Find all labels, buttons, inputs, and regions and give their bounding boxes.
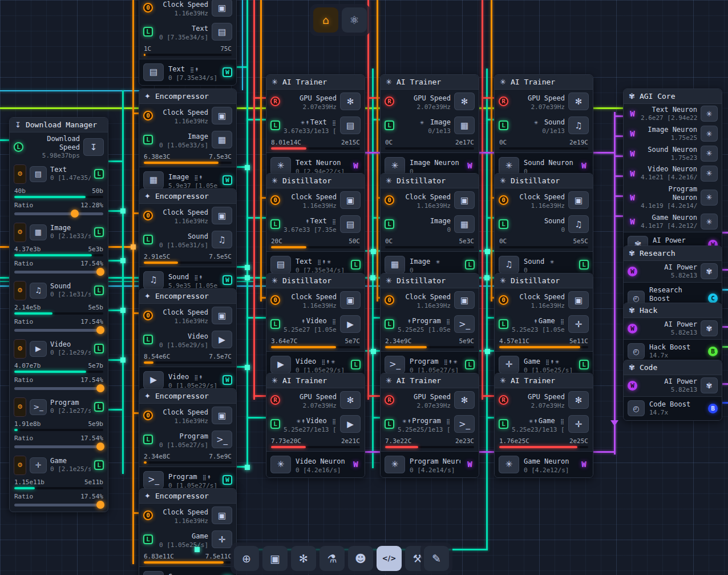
chip-tile[interactable]: ▣ (212, 107, 232, 124)
output-port-badge[interactable]: W (465, 161, 475, 171)
file-tile[interactable]: ▤ (340, 116, 361, 134)
wire-connector-node[interactable] (245, 275, 250, 280)
settings-gear-button[interactable]: ⚙ (14, 397, 26, 417)
output-port-badge[interactable]: W (351, 161, 361, 171)
wire-connector-node[interactable] (371, 349, 376, 354)
chip-tile[interactable]: ▣ (212, 407, 232, 424)
network-button[interactable]: ⊕ (234, 546, 259, 571)
ratio-slider[interactable] (14, 212, 103, 215)
output-port-badge[interactable]: W (223, 67, 232, 77)
output-port-badge[interactable]: L (465, 360, 475, 369)
game-tile[interactable]: ✛ (212, 530, 232, 548)
input-port-badge[interactable]: L (385, 219, 394, 229)
ratio-slider-knob[interactable] (96, 384, 104, 392)
neuron-tile[interactable]: ✳ (385, 157, 405, 175)
sound-tile[interactable]: ♫ (499, 256, 519, 274)
gauge-tile[interactable]: ◴ (628, 400, 645, 416)
input-port-badge[interactable]: W (628, 129, 637, 139)
input-port-badge[interactable]: W (628, 168, 637, 178)
output-port-badge[interactable]: W (223, 175, 232, 185)
wire-connector-node[interactable] (131, 244, 136, 250)
settings-gear-button[interactable]: ⚙ (14, 456, 26, 475)
chip-tile[interactable]: ▣ (340, 191, 361, 209)
input-port-badge[interactable]: W (628, 324, 637, 333)
output-port-badge[interactable]: B (708, 404, 718, 413)
input-port-badge[interactable]: 0 (270, 195, 280, 205)
file-tile[interactable]: ▤ (270, 256, 291, 274)
input-port-badge[interactable]: L (14, 142, 23, 152)
neuron-tile[interactable]: ✳ (701, 126, 718, 142)
research-button[interactable]: ⚗ (319, 546, 345, 571)
input-port-badge[interactable]: W (628, 109, 637, 119)
input-port-badge[interactable]: W (628, 217, 637, 227)
input-port-badge[interactable]: R (385, 395, 394, 405)
output-port-badge[interactable]: W (579, 161, 589, 171)
wire-connector-node[interactable] (120, 208, 126, 214)
neuron-tile[interactable]: ✳ (701, 146, 718, 162)
hardware-button[interactable]: ▣ (262, 546, 288, 571)
sound-tile[interactable]: ♫ (143, 271, 164, 289)
code-button[interactable]: </> (377, 546, 402, 571)
video-tile[interactable]: ▶ (340, 415, 361, 433)
wire-connector-node[interactable] (485, 249, 490, 254)
output-port-badge[interactable]: L (94, 344, 104, 353)
image-tile[interactable]: ▦ (454, 215, 475, 233)
gauge-tile[interactable]: ◴ (628, 343, 645, 359)
neuron-tile[interactable]: ✳ (499, 157, 519, 175)
image-tile[interactable]: ▦ (212, 131, 232, 148)
design-button[interactable]: ✎ (424, 546, 449, 571)
gpu-tile[interactable]: ✻ (454, 93, 475, 110)
file-tile[interactable]: ▤ (143, 63, 164, 81)
input-port-badge[interactable]: 0 (143, 111, 153, 120)
input-port-badge[interactable]: L (143, 435, 153, 444)
wire-connector-node[interactable] (370, 275, 375, 280)
wire-connector-node[interactable] (484, 275, 490, 280)
neuron-tile[interactable]: ✳ (701, 166, 718, 182)
input-port-badge[interactable]: R (385, 96, 394, 106)
game-tile[interactable]: ✛ (568, 415, 589, 433)
input-port-badge[interactable]: 0 (143, 510, 153, 520)
chip-tile[interactable]: ▣ (212, 207, 232, 224)
game-tile[interactable]: ✛ (568, 315, 589, 333)
input-port-badge[interactable]: L (143, 335, 153, 344)
wire-connector-node[interactable] (371, 249, 376, 254)
settings-gear-button[interactable]: ⚙ (14, 339, 26, 359)
output-port-badge[interactable]: W (465, 460, 475, 469)
input-port-badge[interactable]: L (385, 419, 394, 429)
game-tile[interactable]: ✛ (499, 356, 519, 373)
input-port-badge[interactable]: 0 (143, 411, 153, 420)
input-port-badge[interactable]: L (385, 319, 394, 329)
output-port-badge[interactable]: L (94, 227, 104, 237)
gpu-tile[interactable]: ✻ (340, 391, 361, 409)
output-port-badge[interactable]: L (94, 169, 104, 179)
input-port-badge[interactable]: R (270, 96, 280, 106)
wire-connector-node[interactable] (120, 357, 126, 363)
brain-tile[interactable]: ✾ (701, 263, 718, 279)
input-port-badge[interactable]: L (270, 319, 280, 329)
program-tile[interactable]: >_ (454, 415, 475, 433)
program-tile[interactable]: >_ (454, 315, 475, 333)
science-button[interactable]: ⚛ (342, 7, 367, 33)
input-port-badge[interactable]: R (499, 395, 508, 405)
gpu-tile[interactable]: ✻ (454, 391, 475, 409)
neuron-tile[interactable]: ✳ (499, 456, 519, 473)
image-tile[interactable]: ▦ (454, 116, 475, 134)
home-button[interactable]: ⌂ (313, 7, 338, 33)
neuron-tile[interactable]: ✳ (270, 456, 291, 473)
input-port-badge[interactable]: L (499, 419, 508, 429)
wire-connector-node[interactable] (245, 465, 250, 470)
input-port-badge[interactable]: 0 (499, 295, 508, 305)
program-tile[interactable]: >_ (385, 356, 405, 373)
input-port-badge[interactable]: 0 (385, 195, 394, 205)
settings-gear-button[interactable]: ⚙ (14, 164, 26, 184)
input-port-badge[interactable]: L (270, 219, 280, 229)
output-port-badge[interactable]: L (94, 286, 104, 295)
brain-tile[interactable]: ✾ (701, 320, 718, 336)
output-port-badge[interactable]: L (579, 360, 589, 369)
input-port-badge[interactable]: L (270, 120, 280, 130)
neuron-tile[interactable]: ✳ (701, 190, 718, 206)
video-tile[interactable]: ▶ (143, 371, 164, 389)
gpu-tile[interactable]: ✻ (568, 391, 589, 409)
output-port-badge[interactable]: W (579, 460, 589, 469)
file-tile[interactable]: ▤ (340, 215, 361, 233)
